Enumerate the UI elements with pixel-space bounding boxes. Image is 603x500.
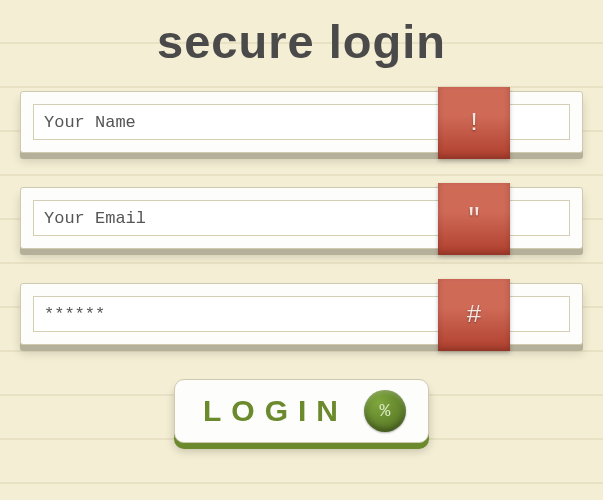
- quote-icon: ": [438, 183, 510, 255]
- name-field-wrap: !: [20, 91, 583, 153]
- password-field-wrap: #: [20, 283, 583, 345]
- page-title: secure login: [20, 14, 583, 69]
- login-button[interactable]: LOGIN %: [174, 379, 429, 443]
- email-field-wrap: ": [20, 187, 583, 249]
- exclamation-icon: !: [438, 87, 510, 159]
- login-button-label: LOGIN: [203, 394, 348, 428]
- hash-icon: #: [438, 279, 510, 351]
- percent-icon: %: [364, 390, 406, 432]
